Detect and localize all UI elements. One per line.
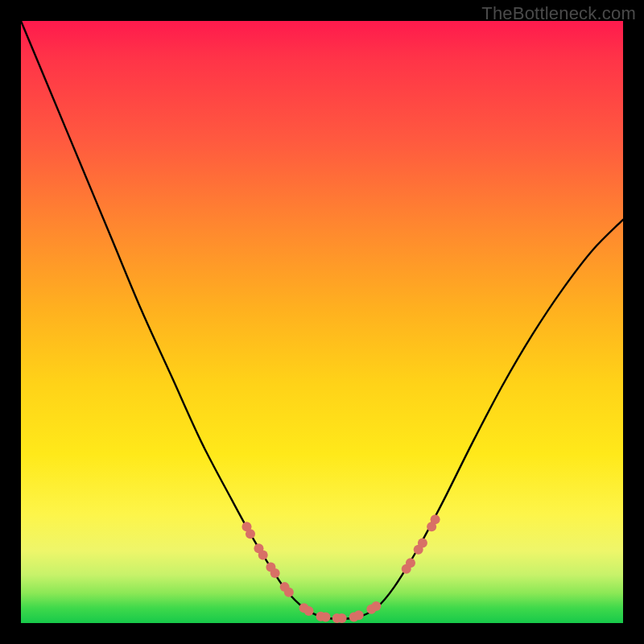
highlight-dot [320,613,330,622]
highlight-dot [304,606,314,616]
highlight-dot [258,550,268,559]
watermark-text: TheBottleneck.com [481,3,636,24]
highlight-dot [431,514,440,524]
highlight-dot [371,601,381,611]
highlight-dots [242,514,440,623]
curve-layer [21,21,623,623]
highlight-dot [354,610,364,620]
plot-area [21,21,623,623]
highlight-dot [337,613,347,623]
highlight-dot [246,529,255,539]
chart-frame: TheBottleneck.com [0,0,644,644]
bottleneck-curve [21,21,623,619]
highlight-dot [284,588,294,597]
highlight-dot [418,539,427,548]
highlight-dot [270,568,280,578]
highlight-dot [406,558,415,568]
